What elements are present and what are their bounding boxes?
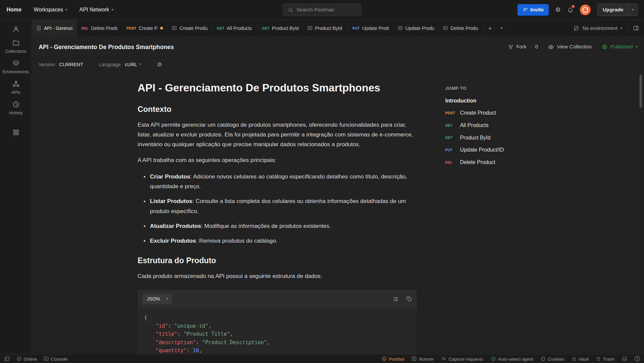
upgrade-button[interactable]: Upgrade ▾ (597, 3, 638, 16)
rail-history[interactable]: History (1, 101, 31, 115)
tab-label: Product ById (315, 26, 344, 31)
tab-label: Delete Produ (91, 26, 118, 31)
search-input[interactable] (296, 7, 357, 12)
code-token: : (196, 339, 202, 345)
invite-button[interactable]: Invite (517, 4, 549, 15)
code-body: { "id": "unique-id", "title": "Product T… (138, 308, 417, 354)
copy-icon[interactable] (406, 296, 412, 302)
code-line: "quantity": 10, (144, 347, 410, 354)
console-icon (43, 356, 49, 361)
auto-select-agent-button[interactable]: Auto-select agent (491, 356, 533, 361)
tab-label: API - Gerencia (44, 26, 73, 31)
jumpto-product-byid[interactable]: GET Product ById (445, 134, 526, 140)
language-label: Language (99, 62, 121, 67)
published-button[interactable]: Published ▾ (602, 44, 637, 50)
environment-panel-icon[interactable] (628, 20, 644, 37)
rail-history-label: History (9, 110, 22, 115)
nav-home[interactable]: Home (7, 7, 21, 13)
sidebar-toggle-icon[interactable] (4, 356, 10, 362)
unsaved-changes-dot (160, 27, 163, 30)
doc-settings-gear-icon[interactable]: ⚙ (157, 62, 162, 67)
help-icon[interactable]: ? (635, 356, 640, 361)
global-search[interactable] (283, 3, 361, 16)
vault-button[interactable]: Vault (572, 356, 589, 361)
online-status[interactable]: Online (16, 356, 37, 361)
method-badge: POST (127, 26, 136, 30)
fork-button[interactable]: Fork 0 (508, 44, 538, 50)
no-environment-icon (573, 25, 579, 31)
jump-to-heading: JUMP TO (445, 85, 526, 90)
tab-label: Update Produ (362, 26, 389, 31)
settings-gear-icon[interactable]: ⚙ (555, 7, 561, 13)
list-item-lead: Atualizar Produtos (150, 223, 201, 229)
method-badge: DEL (81, 26, 89, 30)
capture-requests-button[interactable]: Capture requests (441, 356, 483, 361)
rail-environments-label: Environments (3, 69, 29, 74)
trash-button[interactable]: Trash (596, 356, 614, 361)
rail-user[interactable] (1, 26, 31, 33)
status-bar-left: Online Console (4, 356, 67, 362)
doc-title: API - Gerenciamento De Produtos Smartpho… (138, 81, 417, 94)
postbot-button[interactable]: Postbot (381, 356, 404, 361)
runner-button[interactable]: Runner (412, 356, 434, 361)
documentation-content: API - Gerenciamento De Produtos Smartpho… (138, 72, 417, 354)
user-icon (12, 26, 19, 33)
jumpto-create-product[interactable]: POST Create Product (445, 110, 526, 116)
tab-label: Create Prod (139, 26, 157, 31)
tab-update-product-example[interactable]: Update Produ (394, 20, 439, 37)
rail-more-tools[interactable] (1, 129, 31, 136)
trash-icon (596, 356, 601, 361)
nav-workspaces[interactable]: Workspaces ▾ (34, 7, 67, 13)
version-label: Version (39, 62, 55, 67)
tab-api-gerencia[interactable]: API - Gerencia (32, 20, 77, 37)
tab-delete-product-example[interactable]: Delete Produ (439, 20, 484, 37)
cookies-button[interactable]: Cookies (541, 356, 564, 361)
jumpto-introduction[interactable]: Introduction (445, 97, 526, 104)
fork-icon (508, 44, 513, 49)
tab-delete-product[interactable]: DEL Delete Produ (77, 20, 123, 37)
jumpto-delete-product[interactable]: DEL Delete Product (445, 159, 526, 165)
tab-product-byid-example[interactable]: Product ById (303, 20, 349, 37)
method-badge: GET (445, 135, 460, 139)
jumpto-update-product[interactable]: PUT Update Product/ID (445, 147, 526, 153)
example-icon (307, 26, 313, 31)
nav-api-network[interactable]: API Network ▾ (80, 7, 113, 13)
jumpto-all-products[interactable]: GET All Products (445, 122, 526, 128)
avatar[interactable] (580, 4, 591, 15)
rail-apis[interactable]: APIs (1, 80, 31, 95)
tab-options-chevron-icon[interactable]: ▾ (496, 20, 507, 37)
new-tab-button[interactable]: + (484, 20, 496, 37)
version-select[interactable]: CURRENT (59, 62, 83, 67)
code-line: "id": "unique-id", (144, 322, 410, 330)
scrollbar[interactable] (640, 75, 642, 108)
nav-api-network-label: API Network (80, 7, 109, 13)
code-token: "description" (156, 339, 196, 345)
code-token: "Product Title" (183, 331, 230, 337)
code-token: "Product Description" (202, 339, 267, 345)
environment-selector[interactable]: No environment ▾ (568, 20, 627, 37)
chevron-down-icon: ▾ (140, 63, 141, 66)
notifications-bell-icon[interactable] (567, 7, 573, 13)
view-collection-button[interactable]: View Collection (548, 44, 592, 50)
console-button[interactable]: Console (43, 356, 67, 361)
console-label: Console (51, 356, 67, 361)
rail-collections[interactable]: Collections (1, 39, 31, 53)
doc-paragraph: Esta API permite gerenciar um catálogo d… (138, 120, 417, 149)
example-icon (172, 26, 177, 31)
tab-update-product[interactable]: PUT Update Produ (348, 20, 394, 37)
code-token: , (267, 339, 270, 345)
tab-create-product[interactable]: POST Create Prod (123, 20, 168, 37)
code-block: JSON ▾ { "id": "unique-id", "title": (138, 290, 417, 354)
upgrade-chevron-icon[interactable]: ▾ (628, 4, 637, 15)
tab-all-products[interactable]: GET All Products (213, 20, 258, 37)
rail-environments[interactable]: Environments (1, 59, 31, 74)
tab-create-product-example[interactable]: Create Produ (168, 20, 213, 37)
tab-product-byid[interactable]: GET Product ById (258, 20, 303, 37)
wrap-text-icon[interactable] (393, 296, 399, 302)
jumpto-label: Product ById (460, 134, 491, 140)
list-item: Excluir Produtos: Remova produtos do cat… (150, 236, 417, 245)
bottom-panel-icon[interactable] (622, 356, 627, 361)
code-language-select[interactable]: JSON ▾ (142, 293, 172, 304)
language-select[interactable]: cURL ▾ (125, 62, 141, 67)
doc-paragraph: A API trabalha com as seguintes operaçõe… (138, 155, 417, 165)
